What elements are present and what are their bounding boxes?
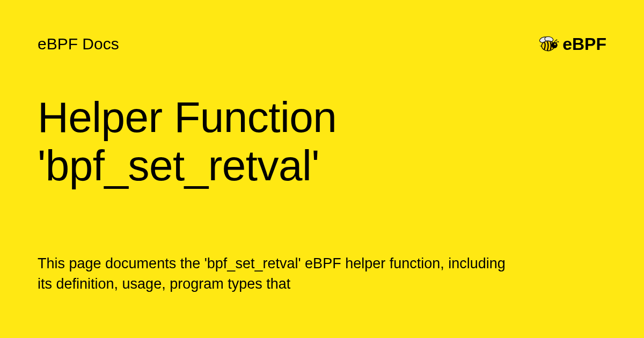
bee-icon [537,32,560,56]
svg-point-5 [555,43,555,44]
page-header: eBPF Docs [38,32,606,56]
svg-point-6 [557,40,558,41]
svg-point-3 [551,42,557,48]
page-title: Helper Function 'bpf_set_retval' [38,93,606,189]
page-description: This page documents the 'bpf_set_retval'… [38,254,521,295]
svg-point-7 [558,41,559,42]
logo-text: eBPF [562,34,606,54]
site-name: eBPF Docs [38,35,119,53]
ebpf-logo: eBPF [537,32,606,56]
